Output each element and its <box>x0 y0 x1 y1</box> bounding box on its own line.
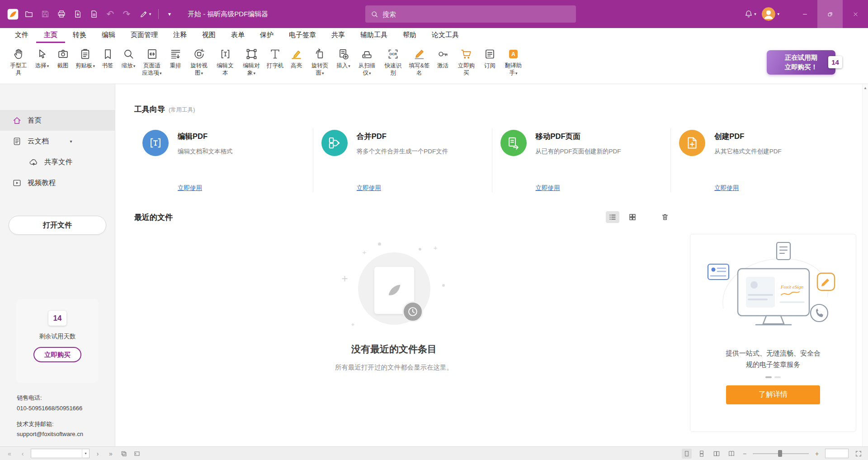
scrollbar-up-arrow[interactable]: ▲ <box>863 86 867 90</box>
menu-item[interactable]: 视图 <box>194 28 223 43</box>
menu-item[interactable]: 论文工具 <box>424 28 467 43</box>
menu-item[interactable]: 转换 <box>65 28 94 43</box>
ribbon-button[interactable]: 旋转视图▾ <box>186 47 212 77</box>
ribbon-button[interactable]: 选择▾ <box>32 47 52 71</box>
tool-card-icon-bg[interactable] <box>500 130 527 156</box>
search-input[interactable] <box>382 10 571 18</box>
zoom-in-button[interactable]: + <box>814 451 820 457</box>
sidebar-item[interactable]: 首页 <box>0 110 115 131</box>
undo-icon[interactable]: ↶ <box>102 6 118 22</box>
book-view-icon[interactable] <box>726 449 736 459</box>
menu-item[interactable]: 编辑 <box>94 28 123 43</box>
support-email-link[interactable]: support@foxitsoftware.cn <box>17 429 83 440</box>
ribbon-button[interactable]: A 翻译助手▾ <box>500 47 527 77</box>
first-page-button[interactable]: « <box>5 451 14 457</box>
ribbon-button[interactable]: 高亮 <box>286 47 307 71</box>
menu-item[interactable]: 辅助工具 <box>353 28 395 43</box>
menu-item[interactable]: 页面管理 <box>123 28 165 43</box>
next-page-button[interactable]: › <box>93 451 103 457</box>
edit-object-icon <box>245 48 258 60</box>
save-icon[interactable] <box>37 6 53 22</box>
ribbon-button[interactable]: 手型工具 <box>5 47 32 77</box>
carousel-dot[interactable] <box>774 376 781 378</box>
menu-item[interactable]: 文件 <box>7 28 36 43</box>
carousel-dot[interactable] <box>765 376 772 378</box>
content-scrollbar[interactable]: ▲ <box>862 84 868 446</box>
tool-card-use-link[interactable]: 立即使用 <box>714 184 739 192</box>
list-view-button[interactable] <box>606 211 619 223</box>
restore-button[interactable] <box>817 0 843 28</box>
actual-size-icon[interactable] <box>132 449 142 459</box>
ribbon-button[interactable]: 编辑文本 <box>212 47 238 77</box>
menu-item[interactable]: 主页 <box>36 28 65 43</box>
tool-card-icon-bg[interactable] <box>679 130 705 156</box>
previous-page-button[interactable]: ‹ <box>18 451 28 457</box>
menu-item[interactable]: 共享 <box>324 28 353 43</box>
ribbon-button[interactable]: 截图 <box>52 47 73 71</box>
ribbon-button[interactable]: 页面适应选项▾ <box>139 47 165 77</box>
learn-more-button[interactable]: 了解详情 <box>726 385 820 404</box>
ribbon-button[interactable]: 填写&签名 <box>406 47 433 77</box>
dropdown-caret-icon: ▾ <box>515 71 518 76</box>
trial-purchase-badge[interactable]: 正在试用期 立即购买！ 14 <box>767 50 835 75</box>
account-menu[interactable]: ▾ <box>762 7 779 21</box>
ribbon-button[interactable]: 从扫描仪▾ <box>354 47 380 77</box>
create-document-icon[interactable] <box>86 6 102 22</box>
ribbon-button[interactable]: 打字机 <box>264 47 286 71</box>
facing-view-icon[interactable] <box>712 449 722 459</box>
open-file-button[interactable]: 打开文件 <box>9 216 106 235</box>
menu-item[interactable]: 注释 <box>165 28 194 43</box>
menu-item[interactable]: 保护 <box>252 28 281 43</box>
continuous-view-icon[interactable] <box>697 449 707 459</box>
ribbon-button[interactable]: 剪贴板▾ <box>73 47 97 71</box>
page-dropdown-caret-icon[interactable]: ▾ <box>82 449 89 458</box>
tool-card-icon-bg[interactable] <box>142 130 169 156</box>
zoom-out-button[interactable]: − <box>741 451 748 457</box>
ribbon-button[interactable]: 书签 <box>97 47 118 71</box>
promo-text: 提供一站式、无缝流畅、安全合规的电子签章服务 <box>723 348 823 370</box>
sidebar-item[interactable]: 视频教程 <box>0 172 115 193</box>
ribbon-button[interactable]: 激活 <box>433 47 453 71</box>
close-button[interactable] <box>843 0 868 28</box>
ribbon-button[interactable]: 立即购买 <box>453 47 480 77</box>
tool-card-use-link[interactable]: 立即使用 <box>357 184 381 192</box>
open-folder-icon[interactable] <box>21 6 37 22</box>
expand-caret-icon[interactable]: ▾ <box>70 139 72 144</box>
redo-icon[interactable]: ↷ <box>118 6 135 22</box>
tool-card-icon-bg[interactable] <box>321 130 348 156</box>
export-pdf-icon[interactable] <box>70 6 86 22</box>
tool-card-use-link[interactable]: 立即使用 <box>178 184 202 192</box>
zoom-slider-thumb[interactable] <box>778 450 782 457</box>
tool-card-use-link[interactable]: 立即使用 <box>536 184 560 192</box>
esign-pen-icon[interactable]: ▾ <box>135 6 156 22</box>
fullscreen-icon[interactable] <box>854 449 863 459</box>
single-page-view-icon[interactable] <box>682 449 692 459</box>
menu-item[interactable]: 电子签章 <box>281 28 324 43</box>
ribbon-button[interactable]: 缩放▾ <box>118 47 139 71</box>
zoom-value-input[interactable] <box>826 450 848 458</box>
menu-item[interactable]: 表单 <box>223 28 252 43</box>
fit-page-icon[interactable] <box>119 449 129 459</box>
video-tutorial-icon <box>12 178 22 188</box>
zoom-slider[interactable] <box>753 450 809 457</box>
ribbon-button[interactable]: 编辑对象▾ <box>238 47 264 77</box>
print-icon[interactable] <box>53 6 70 22</box>
ribbon-button[interactable]: 订阅 <box>480 47 500 71</box>
last-page-button[interactable]: » <box>106 451 116 457</box>
minimize-button[interactable] <box>792 0 817 28</box>
customize-toolbar-caret-icon[interactable]: ▾ <box>161 6 178 22</box>
ribbon-button[interactable]: 旋转页面▾ <box>307 47 333 77</box>
buy-now-button[interactable]: 立即购买 <box>33 347 81 362</box>
ribbon-button[interactable]: 插入▾ <box>333 47 354 71</box>
menu-item[interactable]: 帮助 <box>395 28 424 43</box>
grid-view-button[interactable] <box>626 211 639 223</box>
sidebar-item[interactable]: 共享文件 <box>0 152 115 172</box>
sidebar-item[interactable]: 云文档 ▾ <box>0 131 115 152</box>
clear-recent-button[interactable] <box>658 211 672 223</box>
notifications-bell-icon[interactable]: ▾ <box>742 6 758 22</box>
search-box[interactable] <box>365 5 576 23</box>
ribbon-button[interactable]: 重排 <box>165 47 186 71</box>
page-number-input[interactable] <box>31 449 82 458</box>
ribbon-button[interactable]: OCR 快速识别 <box>380 47 406 77</box>
tool-card-title: 编辑PDF <box>178 132 301 142</box>
